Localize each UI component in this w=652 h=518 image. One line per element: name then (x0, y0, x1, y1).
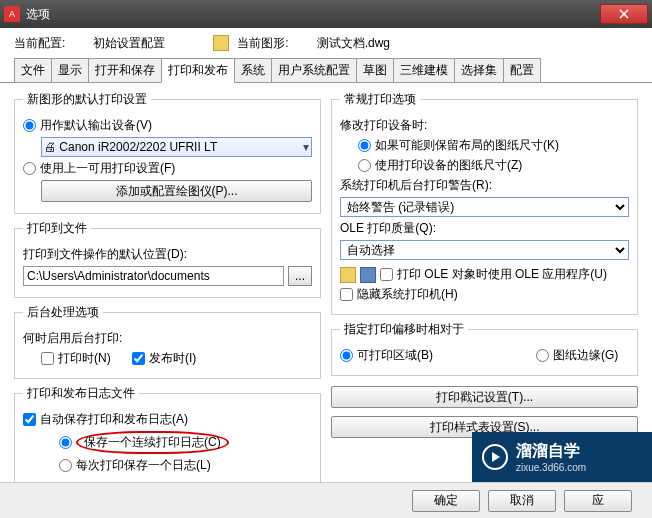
cancel-button[interactable]: 取消 (488, 490, 556, 512)
tab-7[interactable]: 三维建模 (393, 58, 455, 82)
tab-4[interactable]: 系统 (234, 58, 272, 82)
browse-button[interactable]: ... (288, 266, 312, 286)
radio-per-print-log[interactable] (59, 459, 72, 472)
chk-print-bg[interactable] (41, 352, 54, 365)
ole-quality-select[interactable]: 自动选择 (340, 240, 629, 260)
tab-8[interactable]: 选择集 (454, 58, 504, 82)
group-background: 后台处理选项 (23, 304, 103, 321)
chk-publish-bg[interactable] (132, 352, 145, 365)
highlighted-option: 保存一个连续打印日志(C) (76, 431, 229, 454)
window-title: 选项 (26, 6, 600, 23)
printer-combo[interactable]: 🖨 Canon iR2002/2202 UFRII LT▾ (41, 137, 312, 157)
tab-6[interactable]: 草图 (356, 58, 394, 82)
watermark: 溜溜自学 zixue.3d66.com (472, 432, 652, 482)
apply-button[interactable]: 应 (564, 490, 632, 512)
current-config-value: 初始设置配置 (93, 35, 165, 52)
radio-keep-layout[interactable] (358, 139, 371, 152)
tab-2[interactable]: 打开和保存 (88, 58, 162, 82)
group-offset: 指定打印偏移时相对于 (340, 321, 468, 338)
group-log: 打印和发布日志文件 (23, 385, 139, 402)
warning-icon (340, 267, 356, 283)
group-print-to-file: 打印到文件 (23, 220, 91, 237)
ok-button[interactable]: 确定 (412, 490, 480, 512)
chk-autosave-log[interactable] (23, 413, 36, 426)
radio-use-device[interactable] (358, 159, 371, 172)
close-button[interactable] (600, 4, 648, 24)
radio-last-print[interactable] (23, 162, 36, 175)
add-plotter-button[interactable]: 添加或配置绘图仪(P)... (41, 180, 312, 202)
play-icon (482, 444, 508, 470)
chk-ole-app[interactable] (380, 268, 393, 281)
stamp-settings-button[interactable]: 打印戳记设置(T)... (331, 386, 638, 408)
tab-3[interactable]: 打印和发布 (161, 58, 235, 83)
tab-9[interactable]: 配置 (503, 58, 541, 82)
drawing-icon (213, 35, 229, 51)
radio-default-device[interactable] (23, 119, 36, 132)
radio-printable-area[interactable] (340, 349, 353, 362)
tab-1[interactable]: 显示 (51, 58, 89, 82)
tab-5[interactable]: 用户系统配置 (271, 58, 357, 82)
info-icon (360, 267, 376, 283)
radio-continuous-log[interactable] (59, 436, 72, 449)
radio-paper-edge[interactable] (536, 349, 549, 362)
app-icon: A (4, 6, 20, 22)
current-drawing-label: 当前图形: (237, 35, 288, 52)
path-input[interactable] (23, 266, 284, 286)
chk-hide-printers[interactable] (340, 288, 353, 301)
tab-0[interactable]: 文件 (14, 58, 52, 82)
current-drawing-value: 测试文档.dwg (317, 35, 390, 52)
group-default-print: 新图形的默认打印设置 (23, 91, 151, 108)
current-config-label: 当前配置: (14, 35, 65, 52)
group-general: 常规打印选项 (340, 91, 420, 108)
warning-select[interactable]: 始终警告 (记录错误) (340, 197, 629, 217)
